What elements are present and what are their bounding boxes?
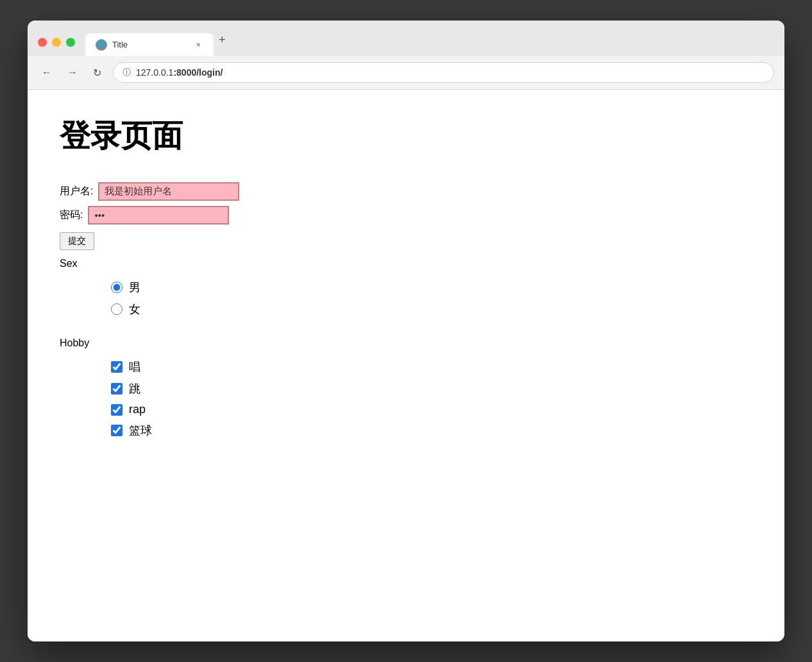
hobby-sing-label: 唱 <box>129 359 140 375</box>
hobby-checkbox-group: 唱 跳 rap 篮球 <box>111 359 752 438</box>
hobby-rap-item: rap <box>111 403 752 416</box>
sex-female-item: 女 <box>111 301 752 317</box>
username-input[interactable] <box>98 182 239 201</box>
username-section: 用户名: 密码: <box>60 182 752 225</box>
page-title: 登录页面 <box>60 115 752 157</box>
hobby-basketball-label: 篮球 <box>129 423 152 438</box>
tab-favicon: 🌐 <box>96 39 107 51</box>
tab-title: Title <box>112 40 188 49</box>
new-tab-button[interactable]: + <box>214 28 233 56</box>
hobby-rap-label: rap <box>129 403 146 416</box>
minimize-button[interactable] <box>52 38 61 47</box>
password-row: 密码: <box>60 206 752 225</box>
forward-button[interactable]: → <box>63 64 81 81</box>
browser-window: 🌐 Title × + ← → ↻ ⓘ 127.0.0.1:8000/login… <box>28 21 784 641</box>
page-content: 登录页面 用户名: 密码: 提交 Sex 男 <box>28 90 784 641</box>
close-button[interactable] <box>38 38 47 47</box>
submit-button[interactable]: 提交 <box>60 232 94 250</box>
reload-icon: ↻ <box>93 67 101 79</box>
hobby-rap-checkbox[interactable] <box>111 404 123 416</box>
sex-male-item: 男 <box>111 280 752 295</box>
sex-female-radio[interactable] <box>111 303 123 315</box>
hobby-dance-label: 跳 <box>129 381 140 396</box>
forward-icon: → <box>67 67 78 78</box>
hobby-basketball-checkbox[interactable] <box>111 425 123 436</box>
sex-section: Sex 男 女 <box>60 258 752 317</box>
back-icon: ← <box>42 67 52 78</box>
reload-button[interactable]: ↻ <box>89 64 105 81</box>
back-button[interactable]: ← <box>38 64 56 81</box>
sex-female-label: 女 <box>129 301 140 317</box>
hobby-sing-checkbox[interactable] <box>111 361 123 373</box>
url-host: 127.0.0.1 <box>136 67 173 78</box>
hobby-section: Hobby 唱 跳 rap 篮球 <box>60 337 752 438</box>
hobby-dance-checkbox[interactable] <box>111 383 123 395</box>
hobby-label: Hobby <box>60 337 752 349</box>
sex-label: Sex <box>60 258 752 269</box>
info-icon: ⓘ <box>123 67 131 78</box>
address-bar[interactable]: ⓘ 127.0.0.1:8000/login/ <box>113 62 774 83</box>
password-input[interactable] <box>88 206 229 225</box>
maximize-button[interactable] <box>66 38 75 47</box>
hobby-basketball-item: 篮球 <box>111 423 752 438</box>
active-tab[interactable]: 🌐 Title × <box>85 33 214 56</box>
username-row: 用户名: <box>60 182 752 201</box>
hobby-dance-item: 跳 <box>111 381 752 396</box>
sex-male-label: 男 <box>129 280 140 295</box>
hobby-sing-item: 唱 <box>111 359 752 375</box>
traffic-lights <box>38 38 75 56</box>
tab-close-button[interactable]: × <box>193 38 203 51</box>
password-label: 密码: <box>60 208 83 222</box>
nav-bar: ← → ↻ ⓘ 127.0.0.1:8000/login/ <box>28 56 784 90</box>
username-label: 用户名: <box>60 185 93 198</box>
url-display: 127.0.0.1:8000/login/ <box>136 67 223 78</box>
url-port-path: :8000/login/ <box>173 67 223 78</box>
sex-male-radio[interactable] <box>111 282 123 293</box>
title-bar: 🌐 Title × + <box>28 21 784 56</box>
sex-radio-group: 男 女 <box>111 280 752 317</box>
